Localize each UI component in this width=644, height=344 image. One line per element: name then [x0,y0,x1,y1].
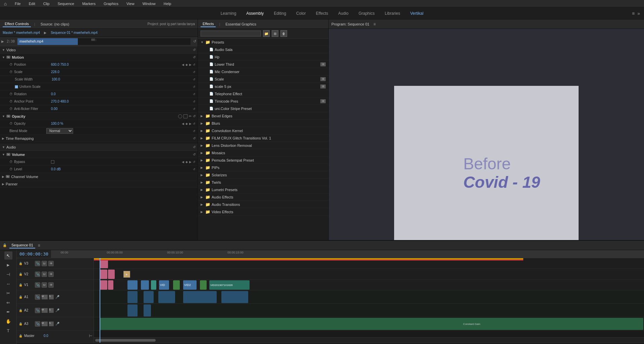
audio-clip-a1-1[interactable] [127,291,138,303]
nav-assembly[interactable]: Assembly [242,10,268,17]
bypass-kf-prev[interactable]: ◀ [182,160,184,164]
master-lock-btn[interactable]: 🔒 [18,334,23,338]
audio-clip-a1-2[interactable] [144,291,154,303]
v1-lock-btn[interactable]: 🔒 [18,283,23,287]
scale-width-reset[interactable]: ↺ [193,78,196,81]
tree-telephone[interactable]: 📄 Telephone Effect [198,90,328,98]
clip-v1-6[interactable]: VID [159,280,169,290]
clip-v2-1[interactable] [100,270,107,279]
master-expand-btn[interactable]: ⊢ [89,334,92,338]
anchor-reset[interactable]: ↺ [193,100,196,103]
clip-v1-3[interactable] [127,280,138,290]
menu-help[interactable]: Help [162,1,173,6]
opacity-circle-btn[interactable] [178,114,182,118]
tree-timicode[interactable]: 📄 Timicode Pres ⊞ [198,98,328,105]
tree-audio-sala[interactable]: 📄 Audio Sala [198,46,328,53]
sequence-clip-label[interactable]: Sequence 01 * mweheheh.mp4 [51,31,98,35]
opacity-kf-add[interactable]: ◆ [185,122,188,125]
opacity-kf-prev[interactable]: ◀ [182,122,184,125]
tool-ripple-edit[interactable]: ⊣ [4,270,12,278]
a2-lock-btn[interactable]: 🔒 [18,308,23,313]
tab-effects[interactable]: Effects [201,21,216,27]
a2-solo-btn[interactable]: S [49,308,54,313]
a2-mute-btn[interactable]: M [42,308,48,313]
clip-v2-2[interactable] [108,270,115,279]
ec-section-video[interactable]: ▼ Video ↺ [0,46,198,54]
tree-lumetri[interactable]: ▶ 📁 Lumetri Presets [198,186,328,193]
bypass-checkbox[interactable] [51,160,54,164]
tree-hp[interactable]: 📄 Hp [198,53,328,61]
tool-razor[interactable]: ✂ [4,289,12,297]
a3-lock-btn[interactable]: 🔒 [18,322,23,326]
video-reset-btn[interactable]: ↺ [193,48,196,52]
tree-presets[interactable]: ▼ 📁 Presets [198,39,328,46]
master-clip-label[interactable]: Master * mweheheh.mp4 [3,31,40,35]
new-bin-btn[interactable]: 📁 [263,30,270,37]
tree-lower-third[interactable]: 📄 Lower Third ⊞ [198,61,328,68]
bypass-stopwatch[interactable]: ⏱ [9,160,13,164]
uniform-scale-reset[interactable]: ↺ [193,85,196,89]
v2-eye-btn[interactable]: 👁 [48,272,54,277]
tree-pips[interactable]: ▶ 📁 PIPs [198,164,328,171]
a1-sync-btn[interactable]: 📎 [35,294,40,300]
v3-sync-btn[interactable]: 📎 [35,261,40,266]
tab-source[interactable]: Source: (no clips) [39,21,71,27]
bypass-reset[interactable]: ↺ [193,160,196,164]
v2-sync-btn[interactable]: 📎 [35,272,40,277]
a1-solo-btn[interactable]: S [49,295,54,299]
effects-search-input[interactable] [201,31,261,37]
a1-lock-btn[interactable]: 🔒 [18,295,23,299]
clip-v1-8[interactable]: VID2 [183,280,197,290]
tree-audio-effects[interactable]: ▶ 📁 Audio Effects [198,193,328,201]
sequence-menu-icon[interactable]: ≡ [38,243,40,248]
nav-editing[interactable]: Editing [270,10,290,17]
bypass-kf-next[interactable]: ▶ [189,160,192,164]
menu-file[interactable]: File [13,1,22,6]
audio-clip-a2-2[interactable] [144,304,151,317]
tree-bevel[interactable]: ▶ 📁 Bevel Edges [198,112,328,120]
clip-v1-10[interactable]: VID201907101626 [209,280,250,290]
clip-v1-5[interactable] [151,280,156,290]
nav-graphics[interactable]: Graphics [355,10,379,17]
nav-learning[interactable]: Learning [217,10,240,17]
opacity-kf-next[interactable]: ▶ [189,122,192,125]
position-keyframe-next[interactable]: ▶ [189,63,192,66]
tree-filmcrux[interactable]: ▶ 📁 FILM CRUX Glitch Transitions Vol. 1 [198,134,328,142]
nav-menu-icon[interactable]: ≡ [632,11,635,16]
anchor-stopwatch[interactable]: ⏱ [9,100,13,103]
position-keyframe-prev[interactable]: ◀ [182,63,184,66]
level-reset[interactable]: ↺ [193,168,196,171]
antiflicker-reset[interactable]: ↺ [193,107,196,111]
blend-mode-reset[interactable]: ↺ [193,129,196,133]
menu-sequence[interactable]: Sequence [56,1,76,6]
rotation-stopwatch[interactable]: ⏱ [9,92,13,96]
new-preset-btn[interactable]: ⊞ [272,30,278,37]
tree-scale5px[interactable]: 📄 scale 5 px ⊞ [198,83,328,90]
tree-scale[interactable]: 📄 Scale ⊞ [198,75,328,83]
opacity-reset2[interactable]: ↺ [193,122,196,125]
motion-reset-btn[interactable]: ↺ [193,55,196,59]
ec-play-btn[interactable]: ▶ [1,40,4,43]
clip-v1-9[interactable] [200,280,207,290]
ec-section-audio[interactable]: ▼ Audio ↺ [0,144,198,151]
home-icon[interactable]: ⌂ [3,1,8,6]
tree-audio-transitions[interactable]: ▶ 📁 Audio Transitions [198,201,328,208]
position-reset[interactable]: ↺ [193,63,196,66]
level-stopwatch[interactable]: ⏱ [9,167,13,171]
position-stopwatch[interactable]: ⏱ [9,63,13,66]
v1-mute-btn[interactable]: M [42,282,47,288]
a3-mute-btn[interactable]: M [42,322,48,326]
a3-solo-btn[interactable]: S [49,322,54,326]
antiflicker-stopwatch[interactable]: ⏱ [9,107,13,111]
tree-mic-condenser[interactable]: 📄 Mic Condenser [198,68,328,75]
menu-window[interactable]: Window [141,1,157,6]
bypass-kf-add[interactable]: ◆ [185,160,188,164]
v3-lock-btn[interactable]: 🔒 [18,261,23,266]
ec-reset-btn[interactable]: ↺ [193,39,196,44]
a3-sync-btn[interactable]: 📎 [35,321,40,327]
a1-mute-btn[interactable]: M [42,295,48,299]
tool-rate-stretch[interactable]: ↔ [4,280,12,288]
tree-convolution[interactable]: ▶ 📁 Convolution Kernel [198,127,328,134]
audio-clip-a1-3[interactable] [158,291,175,303]
audio-clip-a3-main[interactable]: Constant Gain [100,318,643,330]
